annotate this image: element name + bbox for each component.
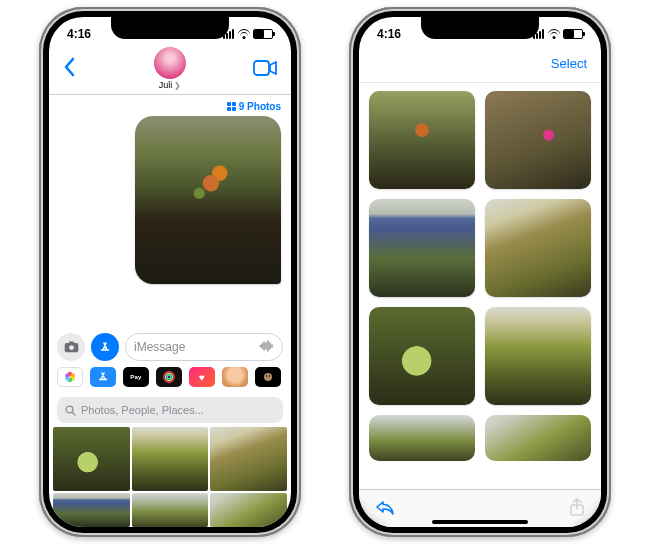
home-indicator[interactable] bbox=[432, 520, 528, 524]
picker-thumb[interactable] bbox=[53, 427, 130, 491]
photo-stack-header[interactable]: 9 Photos bbox=[227, 101, 281, 112]
screen-photo-grid: 4:16 Select bbox=[359, 17, 601, 527]
contact-name-row: Juli ❯ bbox=[159, 80, 182, 90]
photos-search-field[interactable]: Photos, People, Places... bbox=[57, 397, 283, 423]
photos-picker-grid bbox=[49, 427, 291, 527]
phone-right: 4:16 Select bbox=[349, 7, 611, 537]
share-icon bbox=[569, 498, 585, 516]
phone-left: 4:16 Juli ❯ bbox=[39, 7, 301, 537]
chevron-left-icon bbox=[63, 57, 75, 77]
svg-point-13 bbox=[264, 373, 272, 381]
applepay-app-icon[interactable]: Pay bbox=[123, 367, 149, 387]
photos-app-icon[interactable] bbox=[57, 367, 83, 387]
screen-messages: 4:16 Juli ❯ bbox=[49, 17, 291, 527]
wifi-icon bbox=[237, 29, 250, 39]
conversation-nav-bar: Juli ❯ bbox=[49, 45, 291, 95]
compose-row: iMessage bbox=[49, 327, 291, 365]
photo-thumb[interactable] bbox=[369, 91, 475, 189]
animoji-app-icon[interactable] bbox=[255, 367, 281, 387]
search-placeholder: Photos, People, Places... bbox=[81, 404, 204, 416]
message-input-placeholder: iMessage bbox=[134, 340, 185, 354]
photos-nav-bar: Select bbox=[359, 45, 601, 83]
svg-rect-2 bbox=[69, 342, 74, 345]
photos-grid-body[interactable] bbox=[359, 83, 601, 489]
picker-thumb[interactable] bbox=[210, 493, 287, 527]
audio-wave-icon[interactable] bbox=[259, 340, 274, 355]
svg-point-9 bbox=[65, 373, 70, 378]
status-time: 4:16 bbox=[67, 27, 91, 41]
contact-name-label: Juli bbox=[159, 80, 173, 90]
photo-thumb[interactable] bbox=[369, 415, 475, 461]
photo-thumb[interactable] bbox=[485, 199, 591, 297]
appstore-app-icon[interactable] bbox=[90, 367, 116, 387]
picker-thumb[interactable] bbox=[53, 493, 130, 527]
camera-icon bbox=[64, 341, 79, 353]
appstore-icon bbox=[98, 340, 112, 354]
bottom-toolbar bbox=[359, 489, 601, 527]
svg-point-12 bbox=[167, 375, 171, 379]
photo-count-label: 9 Photos bbox=[239, 101, 281, 112]
photos-grid-partial-row bbox=[369, 415, 591, 461]
camera-button[interactable] bbox=[57, 333, 85, 361]
notch bbox=[111, 17, 229, 39]
battery-icon bbox=[563, 29, 583, 39]
svg-point-3 bbox=[69, 345, 74, 350]
back-button[interactable] bbox=[63, 57, 75, 83]
reply-arrow-icon bbox=[375, 499, 395, 515]
battery-icon bbox=[253, 29, 273, 39]
memoji-app-icon[interactable] bbox=[222, 367, 248, 387]
apps-strip[interactable]: Pay ♥ bbox=[49, 365, 291, 393]
svg-rect-0 bbox=[254, 61, 269, 75]
photo-thumb[interactable] bbox=[485, 415, 591, 461]
notch bbox=[421, 17, 539, 39]
contact-avatar bbox=[154, 47, 186, 79]
message-input[interactable]: iMessage bbox=[125, 333, 283, 361]
photo-thumb[interactable] bbox=[369, 199, 475, 297]
fitness-app-icon[interactable] bbox=[156, 367, 182, 387]
status-time: 4:16 bbox=[377, 27, 401, 41]
grid-icon bbox=[227, 102, 236, 111]
photo-thumb[interactable] bbox=[485, 91, 591, 189]
app-drawer-button[interactable] bbox=[91, 333, 119, 361]
share-button[interactable] bbox=[569, 498, 585, 520]
message-photo-bubble[interactable] bbox=[135, 116, 281, 284]
search-icon bbox=[65, 405, 76, 416]
contact-header[interactable]: Juli ❯ bbox=[154, 47, 186, 90]
video-camera-icon bbox=[253, 60, 277, 76]
photo-thumb[interactable] bbox=[369, 307, 475, 405]
status-icons bbox=[533, 29, 583, 39]
conversation-body: 9 Photos bbox=[49, 95, 291, 327]
picker-thumb[interactable] bbox=[210, 427, 287, 491]
wifi-icon bbox=[547, 29, 560, 39]
status-icons bbox=[223, 29, 273, 39]
picker-thumb[interactable] bbox=[132, 427, 209, 491]
photo-thumb[interactable] bbox=[485, 307, 591, 405]
chevron-right-icon: ❯ bbox=[174, 81, 181, 90]
photos-grid bbox=[369, 91, 591, 405]
svg-point-15 bbox=[269, 375, 270, 376]
select-button[interactable]: Select bbox=[551, 56, 587, 71]
reply-button[interactable] bbox=[375, 499, 395, 519]
facetime-button[interactable] bbox=[253, 60, 277, 80]
svg-point-14 bbox=[266, 375, 267, 376]
picker-thumb[interactable] bbox=[132, 493, 209, 527]
music-app-icon[interactable]: ♥ bbox=[189, 367, 215, 387]
